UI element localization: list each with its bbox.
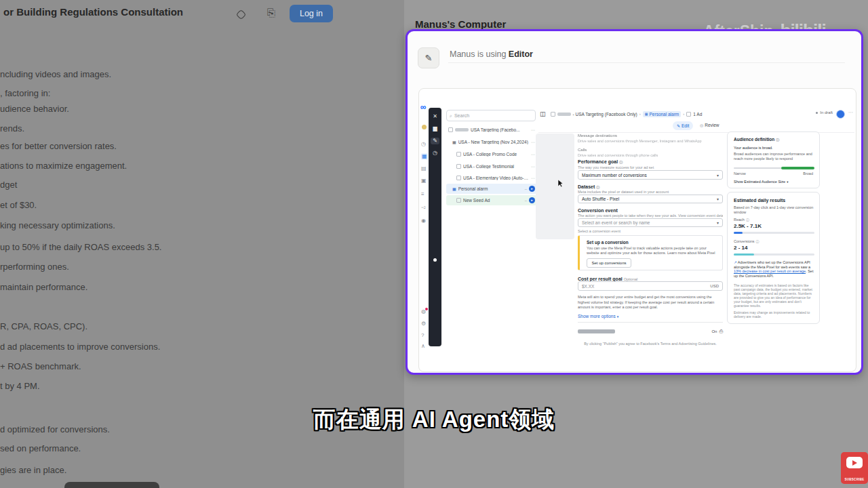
expand-toggle[interactable]: ▸	[529, 197, 535, 203]
dataset-select[interactable]: Auto Shuffle - Pixel▾	[578, 195, 723, 203]
tree-item-campaign[interactable]: USA Targeting (Facebo...⋯	[446, 125, 537, 134]
tree-item-new-seed-ad[interactable]: New Seed Ad – ▸	[446, 195, 537, 205]
settings-gear-icon[interactable]: ⚙	[421, 321, 426, 327]
placement-row[interactable]: On ⎙	[578, 326, 723, 337]
show-more-options-link[interactable]: Show more options▾	[578, 314, 618, 319]
chat-line: ncluding videos and images.	[0, 69, 111, 79]
subscribe-badge[interactable]: SUBSCRIBE	[841, 452, 868, 484]
chevron-icon: ›	[683, 112, 684, 116]
capi-link[interactable]: 13% decrease in cost per result on avera…	[734, 269, 806, 273]
info-icon[interactable]: ⓘ	[756, 239, 760, 243]
tree-search-input[interactable]: ⌕ Search	[446, 110, 536, 121]
manus-computer-panel: ✎ Manus is using Editor ∞ ◷ ▦ ▤ ▣ ≡ ◅ ◉ …	[406, 29, 863, 375]
menu-icon[interactable]: ≡	[421, 192, 425, 197]
pen-tool-icon[interactable]: ✎	[431, 138, 439, 144]
info-icon[interactable]: ⓘ	[619, 160, 623, 164]
performance-goal-select[interactable]: Maximum number of conversions▾	[578, 170, 723, 180]
copy-link-icon[interactable]	[237, 9, 245, 21]
more-options-icon[interactable]: ⋯	[531, 152, 535, 157]
close-icon[interactable]: ✕	[429, 113, 441, 120]
pages-icon[interactable]: ▤	[421, 166, 427, 171]
chevron-icon: ›	[639, 112, 641, 116]
chevron-down-icon: ▾	[617, 314, 619, 319]
reach-value: 2.5K - 7.1K	[734, 223, 762, 229]
expand-toggle[interactable]: ▸	[529, 186, 535, 192]
setup-conversions-button[interactable]: Set up conversions	[587, 258, 631, 268]
draft-dot	[816, 112, 818, 114]
chevron-down-icon: ▾	[787, 180, 788, 184]
meta-logo[interactable]: ∞	[420, 102, 427, 112]
history-clock-icon[interactable]: ◷	[429, 150, 441, 157]
chat-line: gies are in place.	[0, 465, 66, 475]
tree-item-ad-2[interactable]: USA - College Testimonial⋯	[446, 161, 537, 171]
more-options-icon[interactable]: ⋯	[531, 140, 535, 144]
breadcrumb-campaign[interactable]: - USA Targeting (Facebook Only)	[573, 112, 637, 117]
collapse-panel-icon[interactable]: ◫	[540, 110, 546, 117]
tree-item-ad-3[interactable]: USA - Elementary Video (Auto-en...⋯	[446, 173, 537, 182]
pencil-icon: ✎	[425, 53, 433, 63]
audience-body: Broad audiences can improve performance …	[734, 152, 814, 161]
cost-goal-input[interactable]: $X.XX USD	[578, 281, 723, 291]
adset-icon: ▦	[452, 186, 456, 191]
edit-button[interactable]: ✎ Edit	[673, 121, 693, 130]
ads-megaphone-icon[interactable]: ◅	[421, 205, 425, 210]
review-button[interactable]: ◎ Review	[700, 123, 719, 127]
conversions-value: 2 - 14	[734, 245, 747, 251]
info-icon[interactable]: ⓘ	[596, 185, 599, 189]
capi-note: ↗ Advertisers who set up the Conversions…	[734, 260, 815, 278]
account-avatar[interactable]	[422, 125, 427, 129]
help-icon[interactable]: ?	[421, 333, 424, 338]
login-button[interactable]: Log in	[290, 5, 333, 22]
conversion-event-label: Conversion event	[578, 208, 618, 213]
chat-line: maintain performance.	[0, 282, 87, 292]
conversions-bar-fill	[734, 253, 754, 256]
results-disclaimer: The accuracy of estimates is based on fa…	[734, 283, 815, 308]
editor-tool-button[interactable]: ✎	[418, 47, 439, 68]
tree-item-ad-1[interactable]: USA - College Promo Code⋯	[446, 149, 537, 159]
billing-icon[interactable]: ▣	[421, 178, 427, 184]
tree-item-adset-selected[interactable]: ▦ Personal alarm – ▸	[446, 184, 537, 194]
option-calls[interactable]: Calls	[578, 148, 587, 152]
chat-line: dget	[0, 180, 17, 190]
youtube-play-icon	[846, 457, 863, 468]
redacted-account-name	[455, 128, 469, 131]
breadcrumb-adset-chip[interactable]: ▦ Personal alarm	[643, 111, 681, 117]
collapse-rail-icon[interactable]: ∧	[421, 344, 425, 349]
dataset-help: Meta includes the pixel or dataset used …	[578, 190, 723, 194]
search-placeholder: Search	[454, 113, 469, 118]
chat-line: sed on performance.	[0, 443, 81, 453]
device-icon: ⎙	[719, 329, 723, 334]
reach-label: Reachⓘ	[734, 218, 749, 222]
scroll-indicator-dot[interactable]	[433, 258, 437, 262]
campaigns-grid-icon[interactable]: ▦	[421, 153, 428, 160]
status-prefix: Manus is using	[450, 49, 506, 59]
subscribe-label: SUBSCRIBE	[841, 478, 868, 481]
tree-item-adset-1[interactable]: ▦ USA - New Targeting (Nov 24,2024)⋯	[446, 137, 537, 146]
breadcrumb-ad[interactable]: 1 Ad	[693, 112, 702, 117]
status-tool-name: Editor	[509, 49, 533, 59]
publish-toggle[interactable]	[836, 110, 845, 119]
audiences-icon[interactable]: ◉	[421, 218, 426, 224]
more-options-icon[interactable]: ⋯	[531, 176, 535, 180]
setup-body: You can use the Meta Pixel to track valu…	[587, 246, 717, 256]
redacted-campaign-name	[557, 113, 571, 116]
estimated-audience-link[interactable]: Show Estimated Audience Size▾	[734, 180, 788, 184]
option-message-destinations[interactable]: Message destinations	[578, 134, 617, 138]
info-icon[interactable]: ⓘ	[776, 138, 779, 142]
redacted-placement-label	[578, 329, 615, 333]
chat-line: R, CPA, ROAS, CPC).	[0, 321, 87, 331]
more-options-icon[interactable]: ⋯	[531, 164, 535, 169]
more-options-icon[interactable]: ⋯	[531, 127, 535, 132]
option-calls-desc: Drive sales and conversions through phon…	[578, 153, 723, 157]
more-menu-icon[interactable]: ⋯	[848, 110, 853, 115]
info-icon[interactable]: ⓘ	[746, 218, 749, 222]
conversions-label: Conversionsⓘ	[734, 239, 760, 243]
history-icon[interactable]: ◷	[421, 142, 426, 147]
setup-conversion-card: Set up a conversion You can use the Meta…	[578, 235, 723, 270]
conversion-event-select[interactable]: Select an event or search by name▾	[578, 218, 723, 227]
takeover-chart-icon[interactable]: ▆	[429, 125, 441, 132]
audience-title: Audience definitionⓘ	[734, 137, 779, 142]
setup-title: Set up a conversion	[587, 240, 629, 245]
video-frame: AfterShip bilibili or Building Regulatio…	[0, 0, 868, 488]
share-icon[interactable]: ⎘	[267, 7, 275, 19]
